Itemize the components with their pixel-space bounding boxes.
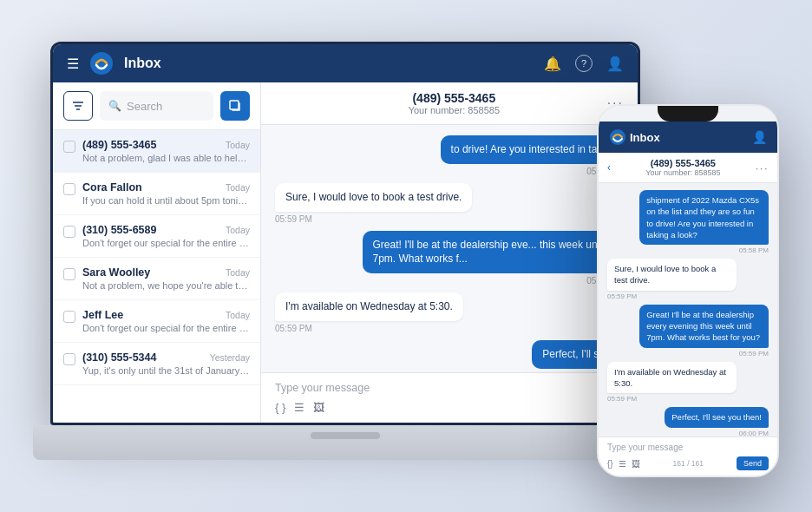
laptop-base (33, 425, 658, 460)
message-bubble: I'm available on Wednesday at 5:30. (275, 292, 463, 321)
sidebar-toolbar: 🔍 Search (53, 82, 260, 130)
phone-menu-button[interactable]: ··· (756, 161, 769, 174)
contact-time: Yesterday (210, 352, 250, 363)
contact-preview: If you can hold it until about 5pm tonig… (82, 195, 250, 206)
chat-message: Great! I'll be at the dealership eve... … (363, 231, 625, 286)
phone-image-icon[interactable]: 🖼 (632, 459, 640, 469)
laptop-body: ☰ Inbox (50, 42, 640, 425)
contact-header: Cora Fallon Today (82, 181, 250, 194)
phone-user-icon[interactable]: 👤 (752, 130, 767, 144)
search-box[interactable]: 🔍 Search (100, 91, 213, 121)
contact-name: Cora Fallon (82, 181, 142, 194)
contact-info: (310) 555-6589 Today Don't forget our sp… (82, 224, 250, 248)
contact-time: Today (226, 140, 250, 150)
phone-input[interactable]: Type your message (607, 443, 769, 452)
chat-message: I'm available on Wednesday at 5:30. 05:5… (275, 292, 463, 333)
contact-preview: Don't forget our special for the entire … (82, 238, 250, 248)
topbar-icons: 🔔 ? 👤 (544, 55, 624, 72)
phone-bubble: I'm available on Wednesday at 5:30. (607, 362, 737, 394)
message-time: 05:59 PM (275, 324, 463, 333)
help-icon[interactable]: ? (575, 55, 593, 72)
contact-time: Today (226, 225, 250, 235)
phone-bubble: Great! I'll be at the dealership every e… (639, 305, 769, 348)
phone-toolbar-icons: {} ☰ 🖼 (607, 459, 640, 469)
contact-preview: Not a problem, we hope you're able to ge… (82, 280, 250, 291)
phone-char-count: 161 / 161 (673, 459, 704, 468)
template-icon[interactable]: { } (275, 401, 285, 414)
contact-list: (489) 555-3465 Today Not a problem, glad… (53, 130, 260, 423)
filter-icon (71, 99, 85, 113)
contact-info: Cora Fallon Today If you can hold it unt… (82, 181, 250, 206)
phone-bubble: Perfect, I'll see you then! (665, 407, 769, 427)
app-logo: Inbox (89, 51, 161, 75)
chat-panel: (489) 555-3465 Your number: 858585 ··· t… (261, 82, 638, 423)
contact-info: Sara Woolley Today Not a problem, we hop… (82, 266, 250, 291)
svg-rect-4 (230, 101, 239, 109)
phone-input-area: Type your message {} ☰ 🖼 161 / 161 Send (599, 437, 777, 476)
contact-header: (310) 555-5344 Yesterday (82, 351, 250, 364)
contact-header: Sara Woolley Today (82, 266, 250, 279)
phone-send-button[interactable]: Send (737, 456, 769, 470)
chat-contact-name: (489) 555-3465 (301, 91, 607, 105)
contact-name: (489) 555-3465 (82, 139, 156, 151)
contact-checkbox[interactable] (63, 183, 75, 195)
phone-template-icon[interactable]: {} (607, 459, 613, 469)
filter-button[interactable] (63, 91, 93, 121)
contact-item[interactable]: Cora Fallon Today If you can hold it unt… (53, 173, 260, 215)
message-time: 05:59 PM (363, 276, 625, 286)
contact-item[interactable]: Sara Woolley Today Not a problem, we hop… (53, 258, 260, 300)
contact-item[interactable]: (489) 555-3465 Today Not a problem, glad… (53, 130, 260, 173)
chat-input-toolbar: { } ☰ 🖼 SMS (275, 401, 624, 414)
laptop: ☰ Inbox (33, 26, 658, 460)
contact-time: Today (226, 182, 250, 193)
contact-name: Sara Woolley (82, 266, 150, 279)
phone-msg-time: 05:59 PM (607, 292, 737, 300)
compose-button[interactable] (220, 91, 250, 121)
contact-checkbox[interactable] (63, 311, 75, 323)
phone-msg-time: 05:59 PM (607, 395, 737, 403)
menu-icon[interactable]: ☰ (67, 56, 79, 72)
chat-contact-number: Your number: 858585 (301, 105, 607, 115)
phone-list-icon[interactable]: ☰ (619, 459, 626, 469)
notification-icon[interactable]: 🔔 (544, 56, 561, 72)
contact-preview: Not a problem, glad I was able to help o… (82, 153, 250, 163)
phone-inbox-title: Inbox (630, 131, 660, 144)
phone-message: Great! I'll be at the dealership every e… (639, 305, 769, 358)
svg-point-0 (90, 52, 113, 75)
phone-messages: shipment of 2022 Mazda CX5s on the list … (599, 183, 777, 437)
contact-checkbox[interactable] (63, 141, 75, 153)
message-time: 05:59 PM (275, 214, 472, 224)
phone-bubble: Sure, I would love to book a test drive. (607, 259, 737, 291)
app-body: 🔍 Search (53, 82, 638, 423)
search-icon: 🔍 (108, 100, 121, 112)
contact-preview: Don't forget our special for the entire … (82, 323, 250, 333)
chat-input[interactable]: Type your message (275, 382, 624, 394)
phone-message: I'm available on Wednesday at 5:30. 05:5… (607, 362, 737, 404)
image-icon[interactable]: 🖼 (313, 401, 324, 414)
contact-checkbox[interactable] (63, 226, 75, 238)
scene: ☰ Inbox (33, 26, 779, 486)
chat-message: Sure, I would love to book a test drive.… (275, 183, 472, 224)
contact-header: Jeff Lee Today (82, 309, 250, 321)
phone: Inbox 👤 ‹ (489) 555-3465 Your number: 85… (597, 104, 779, 477)
list-icon[interactable]: ☰ (294, 401, 304, 414)
contact-item[interactable]: (310) 555-5344 Yesterday Yup, it's only … (53, 343, 260, 385)
sidebar: 🔍 Search (53, 82, 261, 423)
contact-time: Today (226, 267, 250, 278)
phone-chat-number: Your number: 858585 (611, 168, 756, 177)
user-icon[interactable]: 👤 (606, 56, 624, 72)
contact-checkbox[interactable] (63, 268, 75, 280)
phone-message: Perfect, I'll see you then! 06:00 PM (665, 407, 769, 437)
contact-name: (310) 555-5344 (82, 351, 156, 364)
phone-input-toolbar: {} ☰ 🖼 161 / 161 Send (607, 456, 769, 470)
phone-bubble: shipment of 2022 Mazda CX5s on the list … (639, 190, 769, 245)
contact-info: Jeff Lee Today Don't forget our special … (82, 309, 250, 333)
contact-item[interactable]: Jeff Lee Today Don't forget our special … (53, 300, 260, 343)
chat-input-area: Type your message { } ☰ 🖼 SMS (261, 372, 638, 423)
phone-notch (658, 106, 718, 121)
laptop-screen: ☰ Inbox (53, 44, 638, 423)
phone-logo-icon (609, 128, 626, 146)
app-topbar: ☰ Inbox (53, 44, 638, 82)
contact-checkbox[interactable] (63, 353, 75, 365)
contact-item[interactable]: (310) 555-6589 Today Don't forget our sp… (53, 215, 260, 258)
